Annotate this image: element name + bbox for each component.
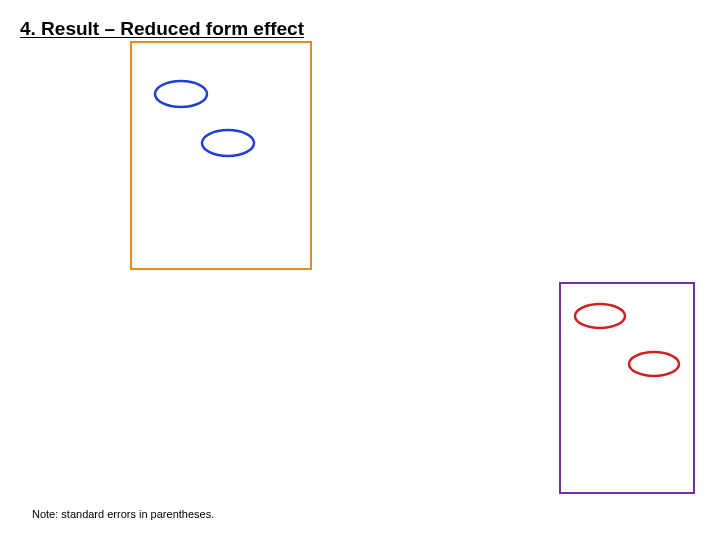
footnote: Note: standard errors in parentheses. [32,508,214,520]
purple-box [560,283,694,493]
blue-ellipse-1 [155,81,207,107]
red-ellipse-1 [575,304,625,328]
diagram-canvas [0,0,720,540]
blue-ellipse-2 [202,130,254,156]
red-ellipse-2 [629,352,679,376]
